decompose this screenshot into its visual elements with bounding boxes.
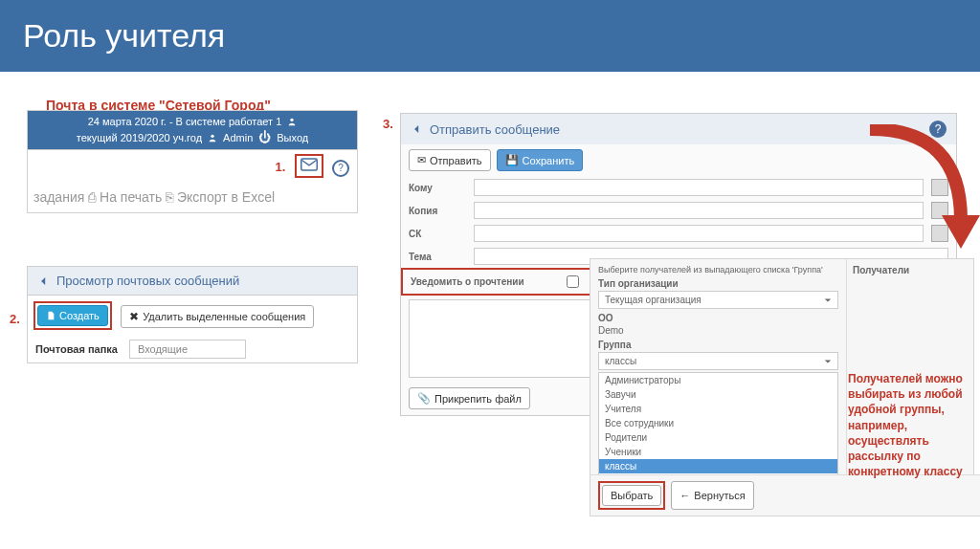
mail-view-title: Просмотр почтовых сообщений [56, 274, 239, 288]
delete-button[interactable]: ✖ Удалить выделенные сообщения [121, 305, 314, 328]
slide-title-bar: Роль учителя [0, 0, 980, 72]
bcc-field[interactable] [474, 225, 924, 242]
back-arrow-icon[interactable] [37, 274, 51, 288]
select-button[interactable]: Выбрать [602, 485, 661, 506]
svg-point-0 [291, 119, 294, 121]
compose-title: Отправить сообщение [430, 122, 560, 137]
list-item-selected[interactable]: классы [599, 459, 837, 473]
group-select[interactable]: классы [598, 352, 838, 370]
admin-icon [208, 133, 217, 143]
notify-label: Уведомить о прочтении [411, 276, 524, 287]
create-button[interactable]: Создать [37, 305, 108, 326]
folder-select[interactable]: Входящие [129, 340, 246, 359]
mail-icon-highlight[interactable] [295, 154, 323, 178]
attach-button[interactable]: 📎 Прикрепить файл [409, 387, 530, 409]
document-icon [46, 311, 56, 320]
help-icon[interactable]: ? [332, 160, 349, 177]
step-1-label: 1. [275, 160, 285, 174]
folder-row: Почтовая папка Входящие [28, 336, 357, 362]
app-status-bar: 24 марта 2020 г. - В системе работает 1 … [28, 111, 357, 149]
back-icon[interactable] [411, 122, 424, 136]
callout-arrow-icon [865, 124, 980, 258]
mail-view-header: Просмотр почтовых сообщений [28, 267, 357, 296]
list-item[interactable]: Завучи [599, 387, 837, 402]
list-item[interactable]: Учителя [599, 402, 837, 416]
school-year: текущий 2019/2020 уч.год [77, 132, 202, 143]
slide-title: Роль учителя [23, 17, 957, 55]
status-date: 24 марта 2020 г. - В системе работает 1 [88, 116, 282, 127]
step-2-label: 2. [10, 312, 20, 326]
screenshot-2: Просмотр почтовых сообщений Создать ✖ Уд… [27, 266, 358, 363]
folder-label: Почтовая папка [35, 343, 118, 355]
list-item[interactable]: Все сотрудники [599, 416, 837, 430]
cc-field[interactable] [474, 202, 924, 219]
group-label: Группа [598, 340, 838, 350]
notify-checkbox[interactable] [567, 275, 579, 288]
person-icon [287, 117, 297, 126]
send-button[interactable]: ✉ Отправить [409, 149, 491, 171]
admin-label: Admin [223, 132, 253, 143]
orgtype-label: Тип организации [598, 278, 838, 289]
save-draft-button[interactable]: 💾 Сохранить [497, 149, 584, 171]
exit-label: Выход [277, 132, 308, 143]
list-item[interactable]: Администраторы [599, 373, 837, 387]
return-button[interactable]: ← Вернуться [671, 481, 753, 510]
callout-text: Получателей можно выбирать из любой удоб… [848, 371, 972, 479]
screenshot-1: 24 марта 2020 г. - В системе работает 1 … [27, 110, 358, 213]
actions-line: задания ⎙ На печать ⎘ Экспорт в Excel [28, 182, 357, 212]
orgtype-select[interactable]: Текущая организация [598, 291, 838, 309]
step-3-label: 3. [383, 117, 393, 131]
icon-toolbar: 1. ? [28, 149, 357, 182]
to-field[interactable] [474, 179, 924, 196]
picker-footer: Выбрать ← Вернуться [590, 474, 980, 516]
svg-point-1 [211, 134, 213, 137]
picker-hint: Выберите получателей из выпадающего спис… [598, 265, 838, 274]
list-item[interactable]: Родители [599, 430, 837, 445]
oo-value: Demo [598, 325, 838, 336]
list-item[interactable]: Ученики [599, 445, 837, 459]
mail-toolbar: Создать ✖ Удалить выделенные сообщения [28, 296, 357, 336]
oo-label: ОО [598, 313, 838, 323]
